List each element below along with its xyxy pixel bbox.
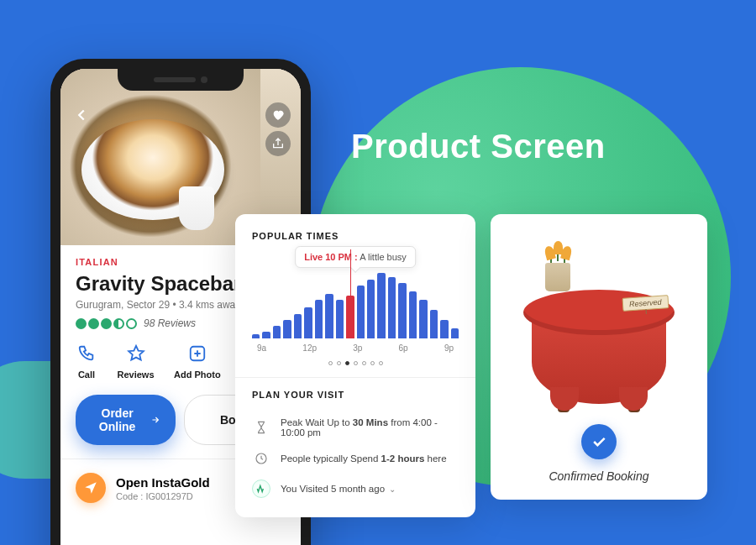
pager-dot[interactable] <box>370 361 375 365</box>
pager-dot[interactable] <box>379 361 383 365</box>
chart-bar <box>336 300 344 338</box>
chart-bar <box>388 277 396 338</box>
chart-bar <box>325 294 333 338</box>
plan-visit-text: You Visited 5 month ago ⌄ <box>281 484 396 494</box>
instagold-title: Open InstaGold <box>116 475 210 490</box>
x-tick: 3p <box>353 343 362 353</box>
heart-icon[interactable] <box>265 102 291 128</box>
call-action[interactable]: Call <box>76 343 97 380</box>
chart-bar <box>262 332 270 338</box>
plan-visit-item: People typically Spend 1-2 hours here <box>252 443 459 474</box>
rating-circle <box>76 318 87 329</box>
reviews-action[interactable]: Reviews <box>118 343 155 380</box>
action-label: Reviews <box>118 369 155 380</box>
back-icon[interactable] <box>72 106 91 129</box>
order-online-button[interactable]: Order Online <box>76 395 176 445</box>
hero-cup <box>179 186 214 230</box>
arrow-right-icon <box>150 413 160 427</box>
chart-wrap <box>252 273 459 338</box>
vase-pot <box>545 263 570 291</box>
order-online-label: Order Online <box>91 406 144 433</box>
plan-visit-list: Peak Wait Up to 30 Mins from 4:00 - 10:0… <box>252 411 459 504</box>
chart-bar <box>357 286 365 338</box>
hero-icon-col <box>265 102 291 156</box>
chart-bar <box>377 273 385 338</box>
chart-bar <box>398 283 406 338</box>
rating-circles <box>76 318 137 329</box>
popular-times-card: POPULAR TIMES Live 10 PM : A little busy… <box>235 214 475 517</box>
chart-bar <box>294 314 302 338</box>
instagold-code: Code : IG001297D <box>116 491 210 501</box>
canvas: Product Screen <box>0 0 756 545</box>
chart-bar <box>304 307 312 338</box>
share-icon[interactable] <box>265 131 291 156</box>
divider <box>235 377 475 378</box>
rating-circle <box>113 318 124 329</box>
pager-dot[interactable] <box>337 361 341 365</box>
star-icon <box>125 343 147 364</box>
rating-circle <box>126 318 137 329</box>
chart-bar <box>409 291 417 338</box>
instagold-text: Open InstaGold Code : IG001297D <box>116 475 210 501</box>
plan-visit-text: Peak Wait Up to 30 Mins from 4:00 - 10:0… <box>281 417 459 438</box>
pager-dot[interactable] <box>345 361 349 365</box>
tooltip-status: A little busy <box>358 252 407 262</box>
live-indicator-line <box>350 249 351 338</box>
check-icon <box>252 479 270 498</box>
x-tick: 6p <box>399 343 408 353</box>
plan-visit-item[interactable]: You Visited 5 month ago ⌄ <box>252 474 459 504</box>
clock-icon <box>252 449 270 468</box>
plan-visit-text: People typically Spend 1-2 hours here <box>281 453 447 464</box>
check-circle-icon <box>581 424 617 459</box>
chart-bar <box>367 280 375 338</box>
plan-visit-item: Peak Wait Up to 30 Mins from 4:00 - 10:0… <box>252 411 459 443</box>
plan-visit-label: PLAN YOUR VISIT <box>252 390 459 400</box>
chart-x-axis: 9a12p3p6p9p <box>252 343 459 353</box>
pager-dot[interactable] <box>354 361 358 365</box>
page-title: Product Screen <box>351 128 606 165</box>
hero-photo-main <box>60 69 260 245</box>
instagold-icon <box>76 473 106 503</box>
phone-notch <box>118 69 244 91</box>
x-tick: 9p <box>444 343 454 353</box>
action-label: Add Photo <box>174 369 221 380</box>
vase <box>545 263 570 291</box>
chart-bar <box>430 310 438 338</box>
flowers <box>543 244 572 266</box>
rating-circle <box>101 318 112 329</box>
chart-bar <box>252 334 260 338</box>
chevron-down-icon: ⌄ <box>389 485 396 494</box>
x-tick: 9a <box>257 343 266 353</box>
chart-bar <box>273 326 281 338</box>
phone-icon <box>76 343 97 364</box>
add-photo-action[interactable]: Add Photo <box>174 343 221 380</box>
popular-times-chart <box>252 273 459 338</box>
popular-times-label: POPULAR TIMES <box>252 231 459 241</box>
confirmed-booking-label: Confirmed Booking <box>549 469 648 483</box>
chart-bar <box>451 328 459 338</box>
pager-dots[interactable] <box>252 361 459 365</box>
rating-circle <box>88 318 99 329</box>
action-label: Call <box>78 369 95 380</box>
review-count: 98 Reviews <box>144 317 196 329</box>
plus-icon <box>186 343 208 364</box>
table-illustration: Reserved <box>507 231 690 412</box>
chart-bar <box>283 320 291 338</box>
pager-dot[interactable] <box>362 361 366 365</box>
hourglass-icon <box>252 418 270 437</box>
chart-bar <box>440 320 448 338</box>
pager-dot[interactable] <box>328 361 333 365</box>
x-tick: 12p <box>302 343 317 353</box>
booking-card: Reserved Confirmed Booking <box>491 214 707 500</box>
chart-bar <box>315 300 323 338</box>
chart-bar <box>419 300 427 338</box>
live-tooltip: Live 10 PM : A little busy <box>295 246 416 268</box>
